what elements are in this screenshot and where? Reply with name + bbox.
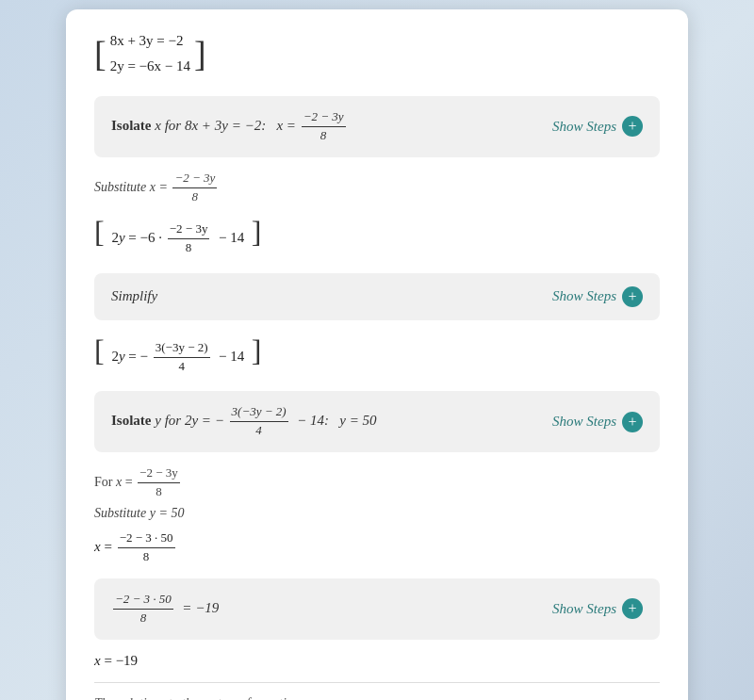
show-steps-icon-4: + <box>622 598 643 619</box>
step-box-simplify: Simplify Show Steps + <box>94 273 660 320</box>
show-steps-button-3[interactable]: Show Steps + <box>552 412 643 432</box>
show-steps-icon-3: + <box>622 412 643 432</box>
show-steps-label-2: Show Steps <box>552 288 616 304</box>
bracket-simplified: [ 2y = − 3(−3y − 2) 4 − 14 ] <box>94 334 660 375</box>
show-steps-button-2[interactable]: Show Steps + <box>552 286 643 307</box>
step-box-final-calc-label: −2 − 3 · 50 8 = −19 <box>111 592 219 627</box>
x-result-line: x = −19 <box>94 653 660 669</box>
substitute-y-line: Substitute y = 50 <box>94 506 660 521</box>
show-steps-button-1[interactable]: Show Steps + <box>552 116 643 137</box>
system-equations: [ 8x + 3y = −2 2y = −6x − 14 ] <box>94 28 660 79</box>
substitute-x-line: Substitute x = −2 − 3y 8 <box>94 171 660 205</box>
solution-text: The solutions to the system of equations… <box>94 696 660 700</box>
show-steps-button-4[interactable]: Show Steps + <box>552 598 643 619</box>
step-box-isolate-y: Isolate y for 2y = − 3(−3y − 2) 4 − 14: … <box>94 391 660 452</box>
step-box-isolate-x: Isolate x for 8x + 3y = −2: x = −2 − 3y … <box>94 96 660 157</box>
step-box-isolate-y-label: Isolate y for 2y = − 3(−3y − 2) 4 − 14: … <box>111 404 377 439</box>
show-steps-label-4: Show Steps <box>552 601 616 617</box>
step-box-final-calc: −2 − 3 · 50 8 = −19 Show Steps + <box>94 578 660 640</box>
equation-1: 8x + 3y = −2 <box>110 28 190 54</box>
equation-2: 2y = −6x − 14 <box>110 54 190 79</box>
bracket-substituted: [ 2y = −6 · −2 − 3y 8 − 14 ] <box>94 215 660 256</box>
step-box-simplify-label: Simplify <box>111 288 157 304</box>
divider <box>94 682 660 683</box>
for-x-line: For x = −2 − 3y 8 <box>94 465 660 500</box>
show-steps-label-1: Show Steps <box>552 119 616 135</box>
step-box-isolate-x-label: Isolate x for 8x + 3y = −2: x = −2 − 3y … <box>111 109 348 144</box>
show-steps-icon-2: + <box>622 286 643 307</box>
x-calc-line: x = −2 − 3 · 50 8 <box>94 530 660 565</box>
main-card: [ 8x + 3y = −2 2y = −6x − 14 ] Isolate x… <box>66 9 688 700</box>
show-steps-label-3: Show Steps <box>552 414 616 430</box>
show-steps-icon-1: + <box>622 116 643 137</box>
